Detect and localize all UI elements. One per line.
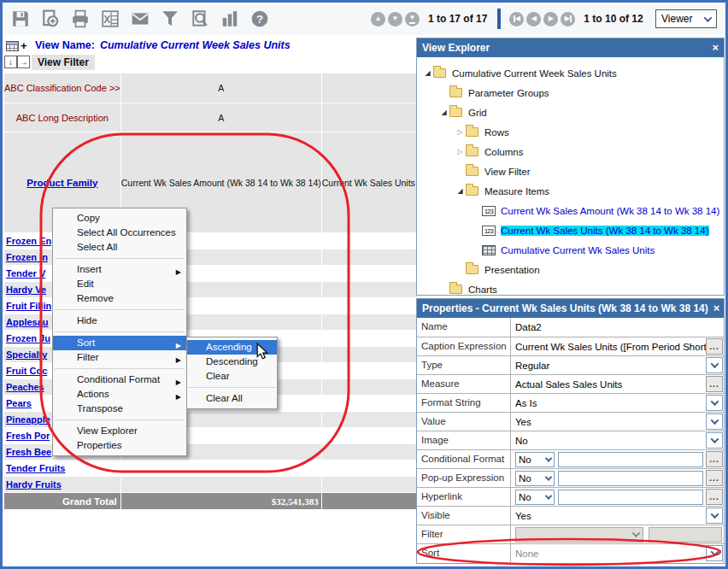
expression-field[interactable] — [558, 490, 703, 505]
grid-cell[interactable]: 45 — [322, 233, 418, 249]
print-icon[interactable] — [69, 8, 91, 30]
mini-no-select[interactable]: No — [515, 452, 555, 467]
menu-item-actions[interactable]: Actions▶ — [53, 387, 186, 402]
tree-item-cumulative-current-week-sales-units[interactable]: ◢Cumulative Current Week Sales Units — [417, 63, 724, 83]
last-page-button[interactable]: ▶ — [561, 12, 575, 26]
product-family-row-link[interactable]: Frozen En — [6, 236, 51, 246]
product-family-row-link[interactable]: Frozen In — [6, 252, 48, 262]
submenu-item-descending[interactable]: Descending — [187, 355, 277, 369]
dropdown-button[interactable] — [706, 357, 723, 373]
property-value[interactable]: Yes — [511, 507, 724, 525]
grid-cell[interactable]: 15 — [322, 412, 418, 427]
property-value[interactable]: Regular — [511, 356, 724, 374]
ellipsis-button[interactable]: ... — [706, 470, 723, 486]
scroll-down-button[interactable]: ▼ — [388, 12, 402, 26]
product-family-row-link[interactable]: Tender Fruits — [6, 463, 65, 473]
tree-expander-icon[interactable]: ◢ — [438, 109, 449, 116]
tree-item-presentation[interactable]: Presentation — [417, 260, 724, 279]
product-family-row-link[interactable]: Applesau — [6, 317, 49, 327]
property-value[interactable] — [511, 525, 724, 543]
grid-cell[interactable]: 45 — [322, 282, 418, 297]
scroll-up-button[interactable]: ▲ — [371, 12, 385, 26]
close-icon[interactable]: × — [713, 299, 720, 318]
submenu-item-clear[interactable]: Clear — [187, 369, 277, 384]
export-excel-icon[interactable]: X — [99, 8, 121, 30]
tree-item-measure-items[interactable]: ◢Measure Items — [417, 181, 724, 201]
menu-item-select-all-occurrences[interactable]: Select All Occurrences — [53, 226, 186, 240]
grid-cell[interactable] — [121, 477, 321, 492]
dropdown-button[interactable] — [706, 507, 723, 524]
expression-field[interactable] — [558, 471, 703, 486]
product-family-row-link[interactable]: Frozen Ju — [6, 333, 50, 343]
product-family-row-link[interactable]: Tender V — [6, 268, 45, 279]
expression-field[interactable] — [558, 452, 703, 467]
property-value[interactable]: No... — [511, 450, 724, 468]
tree-expander-icon[interactable]: ▷ — [455, 128, 466, 136]
product-family-row-link[interactable]: Fruit Fillin — [6, 301, 51, 311]
tree-item-cumulative-current-wk-sales-units[interactable]: Cumulative Current Wk Sales Units — [417, 240, 724, 260]
prev-page-button[interactable]: ◀ — [526, 12, 541, 26]
grid-cell[interactable]: 66 — [322, 314, 418, 330]
menu-item-insert[interactable]: Insert▶ — [53, 262, 186, 277]
tree-item-view-filter[interactable]: View Filter — [417, 161, 724, 181]
viewer-mode-select[interactable]: Viewer — [655, 9, 717, 28]
property-value[interactable]: No — [511, 431, 724, 449]
move-down-button[interactable]: ↓ — [4, 56, 17, 68]
grid-cell[interactable] — [322, 347, 418, 362]
tree-item-grid[interactable]: ◢Grid — [417, 103, 724, 122]
product-family-row-link[interactable]: Hardy Fruits — [6, 479, 62, 490]
ellipsis-button[interactable]: ... — [706, 338, 723, 355]
measure-column-header[interactable]: Current Wk Sales Units (Wk 38 14 to Wk 3… — [322, 132, 418, 232]
dropdown-button[interactable] — [706, 395, 723, 411]
grid-cell[interactable] — [322, 249, 418, 265]
preview-icon[interactable] — [189, 8, 211, 30]
menu-item-copy[interactable]: Copy — [53, 211, 186, 226]
property-value[interactable]: None — [511, 544, 724, 562]
menu-item-view-explorer[interactable]: View Explorer — [53, 424, 186, 438]
description-row-value[interactable]: A — [121, 103, 321, 132]
menu-item-conditional-format[interactable]: Conditional Format▶ — [53, 372, 186, 387]
menu-item-remove[interactable]: Remove — [53, 291, 186, 306]
document-zoom-icon[interactable] — [39, 8, 62, 30]
grid-cell[interactable]: 03 — [322, 444, 418, 460]
classification-row-value[interactable] — [322, 73, 418, 103]
property-value[interactable]: Yes — [511, 413, 724, 431]
product-family-link[interactable]: Product Family — [26, 178, 97, 188]
product-family-row-link[interactable]: Pears — [6, 398, 32, 408]
mini-no-select[interactable]: No — [515, 471, 555, 486]
property-value[interactable]: Current Wk Sales Units ([From Period Sho… — [511, 337, 724, 355]
product-family-row-link[interactable]: Fresh Por — [6, 431, 50, 441]
tree-item-charts[interactable]: Charts — [417, 279, 724, 299]
scroll-to-end-button[interactable]: ▼ — [405, 12, 420, 26]
first-page-button[interactable]: ◀ — [509, 12, 524, 26]
ellipsis-button[interactable]: ... — [706, 451, 723, 467]
close-icon[interactable]: × — [712, 38, 719, 57]
tree-expander-icon[interactable]: ▷ — [455, 148, 466, 155]
help-icon[interactable]: ? — [249, 8, 271, 30]
grid-cell[interactable] — [322, 331, 418, 346]
dropdown-button[interactable] — [706, 432, 723, 449]
grid-cell[interactable]: 18 — [322, 298, 418, 314]
property-value[interactable]: Data2 — [511, 318, 724, 337]
email-icon[interactable] — [129, 8, 151, 30]
tree-item-current-wk-sales-units-wk-38-14-to-wk-38-14-[interactable]: 123Current Wk Sales Units (Wk 38 14 to W… — [417, 220, 724, 240]
next-page-button[interactable]: ▶ — [543, 12, 558, 26]
grid-cell[interactable] — [322, 428, 418, 443]
product-family-row-link[interactable]: Hardy Ve — [6, 284, 46, 295]
tree-expander-icon[interactable]: ◢ — [455, 187, 466, 195]
grid-cell[interactable] — [322, 460, 418, 476]
ellipsis-button[interactable]: ... — [706, 376, 723, 392]
grid-cell[interactable] — [121, 460, 321, 476]
menu-item-select-all[interactable]: Select All — [53, 240, 186, 255]
product-family-row-link[interactable]: Pineapple — [6, 414, 50, 425]
submenu-item-clear-all[interactable]: Clear All — [187, 391, 277, 406]
product-family-row-link[interactable]: Fresh Bee — [6, 447, 51, 457]
grid-cell[interactable] — [322, 396, 418, 411]
menu-item-hide[interactable]: Hide — [53, 314, 186, 328]
bar-chart-icon[interactable] — [219, 8, 241, 30]
tree-item-columns[interactable]: ▷Columns — [417, 142, 724, 161]
dropdown-button[interactable] — [706, 414, 723, 430]
dropdown-button[interactable] — [706, 545, 723, 561]
menu-item-filter[interactable]: Filter▶ — [53, 350, 186, 365]
menu-item-transpose[interactable]: Transpose — [53, 402, 186, 416]
